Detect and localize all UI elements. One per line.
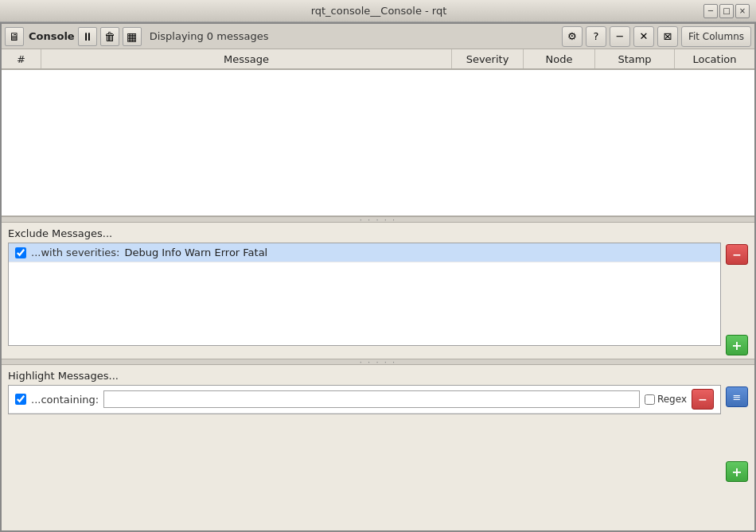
- window-controls: − □ ×: [703, 4, 750, 18]
- bar-chart-button[interactable]: ▦: [123, 27, 142, 46]
- pause-button[interactable]: ⏸: [78, 27, 97, 46]
- highlight-section-title: Highlight Messages...: [8, 370, 748, 382]
- highlight-section: Highlight Messages... ...containing: Reg…: [2, 365, 754, 530]
- minimize-button[interactable]: −: [703, 4, 718, 18]
- undock-button[interactable]: −: [610, 26, 630, 47]
- resize-handle-1[interactable]: · · · · ·: [2, 216, 754, 223]
- col-header-message: Message: [41, 49, 452, 68]
- highlight-add-button[interactable]: +: [726, 461, 748, 482]
- highlight-filter-label: ...containing:: [31, 394, 99, 406]
- exclude-section-title: Exclude Messages...: [8, 227, 748, 239]
- main-window: 🖥 Console ⏸ 🗑 ▦ Displaying 0 messages ⚙ …: [0, 22, 756, 532]
- clear-filter-button[interactable]: ⊠: [657, 26, 678, 47]
- exclude-filter-label: ...with severities:: [31, 247, 119, 258]
- exclude-filter-value: Debug Info Warn Error Fatal: [124, 247, 267, 258]
- close-button[interactable]: ×: [735, 4, 750, 18]
- highlight-filter-area: ...containing: Regex − ≡ +: [8, 385, 748, 527]
- toolbar-right: ⚙ ? − ✕ ⊠ Fit Columns: [562, 26, 751, 47]
- exclude-filter-row[interactable]: ...with severities: Debug Info Warn Erro…: [9, 243, 720, 262]
- close-plugin-button[interactable]: ✕: [633, 26, 654, 47]
- exclude-checkbox[interactable]: [15, 247, 26, 258]
- highlight-text-input[interactable]: [103, 390, 640, 408]
- exclude-filter-list: ...with severities: Debug Info Warn Erro…: [8, 243, 721, 346]
- console-label: Console: [29, 30, 75, 42]
- col-header-node: Node: [524, 49, 595, 68]
- clear-button[interactable]: 🗑: [100, 27, 119, 46]
- title-bar: rqt_console__Console - rqt − □ ×: [0, 0, 756, 22]
- exclude-add-button[interactable]: +: [726, 335, 748, 355]
- gear-button[interactable]: ⚙: [562, 26, 583, 47]
- window-title: rqt_console__Console - rqt: [54, 5, 703, 17]
- fit-columns-button[interactable]: Fit Columns: [681, 26, 751, 47]
- regex-label: Regex: [657, 394, 687, 405]
- resize-handle-2[interactable]: · · · · ·: [2, 359, 754, 365]
- regex-check: Regex: [645, 394, 687, 405]
- help-button[interactable]: ?: [586, 26, 606, 47]
- highlight-filter-list: ...containing: Regex −: [8, 385, 721, 414]
- toolbar: 🖥 Console ⏸ 🗑 ▦ Displaying 0 messages ⚙ …: [2, 24, 754, 49]
- exclude-remove-button[interactable]: −: [726, 244, 748, 265]
- col-header-severity: Severity: [452, 49, 524, 68]
- table-body: [2, 70, 754, 216]
- col-header-hash: #: [2, 49, 41, 68]
- regex-checkbox[interactable]: [645, 394, 655, 405]
- exclude-filter-area: ...with severities: Debug Info Warn Erro…: [8, 243, 748, 355]
- table-header: # Message Severity Node Stamp Location: [2, 49, 754, 70]
- highlight-remove-button[interactable]: −: [692, 389, 714, 410]
- app-icon[interactable]: 🖥: [5, 27, 24, 46]
- exclude-section: Exclude Messages... ...with severities: …: [2, 223, 754, 359]
- highlight-move-button[interactable]: ≡: [726, 386, 748, 407]
- highlight-side-buttons: ≡ +: [726, 385, 748, 482]
- col-header-location: Location: [675, 49, 754, 68]
- col-header-stamp: Stamp: [595, 49, 675, 68]
- maximize-button[interactable]: □: [719, 4, 734, 18]
- highlight-filter-row[interactable]: ...containing: Regex −: [9, 386, 720, 414]
- display-message-count: Displaying 0 messages: [150, 30, 269, 42]
- message-table: # Message Severity Node Stamp Location: [2, 49, 754, 216]
- exclude-side-buttons: − +: [726, 243, 748, 355]
- highlight-checkbox[interactable]: [15, 394, 26, 405]
